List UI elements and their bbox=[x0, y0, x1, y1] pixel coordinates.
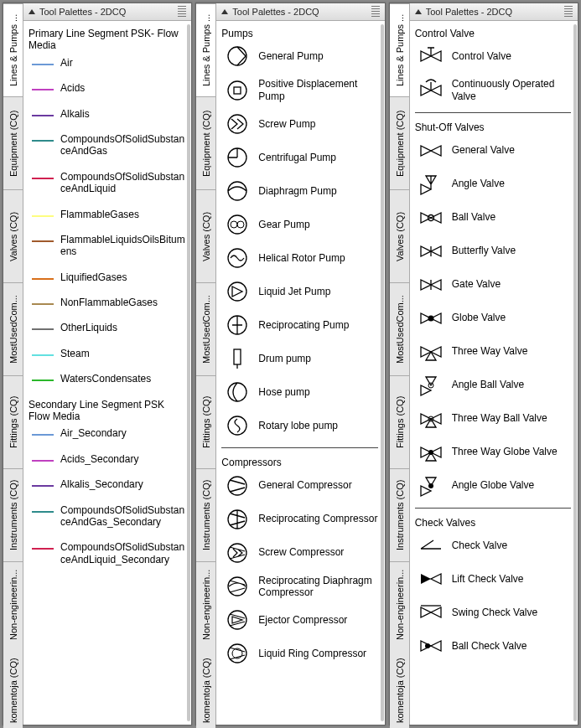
palette-tab[interactable]: Instruments (CQ) bbox=[390, 468, 409, 561]
symbol-tool-item[interactable]: Gate Valve bbox=[418, 273, 574, 297]
symbol-tool-item[interactable]: Drum pump bbox=[225, 347, 381, 370]
line-tool-item[interactable]: CompoundsOfSolidSubstanceAndGas_Secondar… bbox=[32, 504, 188, 529]
symbol-tool-item[interactable]: Liquid Ring Compressor bbox=[225, 642, 381, 665]
line-tool-item[interactable]: CompoundsOfSolidSubstanceAndGas bbox=[32, 133, 188, 157]
palette-tab[interactable]: Non-engineerin... bbox=[196, 561, 215, 648]
symbol-tool-item[interactable]: Reciprocating Compressor bbox=[225, 508, 381, 531]
symbol-tool-item[interactable]: Screw Compressor bbox=[225, 541, 381, 565]
palette-tab[interactable]: MostUsedCom... bbox=[3, 282, 23, 375]
symbol-tool-item[interactable]: Liquid Jet Pump bbox=[225, 280, 381, 303]
line-tool-item[interactable]: FlammableLiquidsOilsBitumens bbox=[32, 234, 188, 258]
palette-tab[interactable]: Valves (CQ) bbox=[390, 189, 409, 282]
palette-tab[interactable]: Lines & Pumps ... bbox=[196, 3, 215, 96]
line-label: Alkalis bbox=[60, 108, 188, 120]
palette-tab[interactable]: Valves (CQ) bbox=[3, 189, 23, 282]
grip-icon[interactable] bbox=[178, 6, 186, 18]
line-tool-item[interactable]: Steam bbox=[32, 348, 188, 359]
line-tool-item[interactable]: Alkalis bbox=[32, 108, 188, 120]
symbol-tool-item[interactable]: Positive Displacement Pump bbox=[225, 78, 381, 102]
palette-tab[interactable]: Equipment (CQ) bbox=[3, 96, 23, 189]
palette-titlebar[interactable]: Tool Palettes - 2DCQ bbox=[23, 3, 191, 21]
symbol-tool-item[interactable]: Check Valve bbox=[418, 534, 574, 557]
symbol-tool-item[interactable]: Reciprocating Diaphragm Compressor bbox=[225, 575, 381, 599]
symbol-tool-item[interactable]: Three Way Ball Valve bbox=[418, 407, 574, 431]
symbol-tool-item[interactable]: Control Valve bbox=[418, 44, 574, 68]
palette-tab[interactable]: MostUsedCom... bbox=[196, 282, 215, 375]
palette-tab[interactable]: komentoja (CQ) bbox=[3, 648, 23, 728]
line-label: CompoundsOfSolidSubstanceAndLiquid bbox=[60, 171, 188, 195]
palette-tab[interactable]: Lines & Pumps ... bbox=[3, 3, 23, 96]
palette-tab[interactable]: MostUsedCom... bbox=[390, 282, 409, 375]
palette-tab[interactable]: komentoja (CQ) bbox=[390, 648, 409, 728]
line-tool-item[interactable]: FlammableGases bbox=[32, 209, 188, 220]
line-label: LiquifiedGases bbox=[60, 271, 188, 283]
grip-icon[interactable] bbox=[564, 6, 573, 18]
line-tool-item[interactable]: CompoundsOfSolidSubstanceAndLiquid bbox=[32, 171, 188, 195]
valve-ball-icon bbox=[418, 206, 444, 230]
symbol-tool-item[interactable]: Gear Pump bbox=[225, 213, 381, 236]
valve-3way-icon bbox=[418, 340, 444, 364]
symbol-tool-item[interactable]: Rotary lobe pump bbox=[225, 414, 381, 437]
line-tool-item[interactable]: CompoundsOfSolidSubstanceAndLiquid_Secon… bbox=[32, 541, 188, 565]
palette-tab[interactable]: Fittings (CQ) bbox=[3, 375, 23, 468]
symbol-tool-item[interactable]: General Compressor bbox=[225, 474, 381, 498]
line-tool-item[interactable]: Air_Secondary bbox=[32, 427, 188, 439]
palette-titlebar[interactable]: Tool Palettes - 2DCQ bbox=[216, 3, 384, 21]
palette-tab[interactable]: Fittings (CQ) bbox=[390, 375, 409, 468]
symbol-tool-item[interactable]: Angle Globe Valve bbox=[418, 474, 574, 498]
symbol-tool-item[interactable]: General Valve bbox=[418, 139, 574, 163]
pump-hose-icon bbox=[225, 380, 250, 404]
line-tool-item[interactable]: Acids bbox=[32, 82, 188, 94]
valve-butterfly-icon bbox=[418, 240, 444, 263]
symbol-tool-item[interactable]: Ball Valve bbox=[418, 206, 574, 230]
symbol-label: Lift Check Valve bbox=[452, 573, 574, 585]
line-tool-item[interactable]: WatersCondensates bbox=[32, 373, 188, 385]
palette-titlebar[interactable]: Tool Palettes - 2DCQ bbox=[410, 3, 578, 21]
palette-tab[interactable]: Fittings (CQ) bbox=[196, 375, 215, 468]
line-tool-item[interactable]: LiquifiedGases bbox=[32, 271, 188, 283]
line-label: WatersCondensates bbox=[60, 373, 188, 385]
palette-tab[interactable]: Instruments (CQ) bbox=[3, 468, 23, 561]
symbol-tool-item[interactable]: Lift Check Valve bbox=[418, 567, 574, 591]
line-tool-item[interactable]: Acids_Secondary bbox=[32, 453, 188, 465]
symbol-tool-item[interactable]: Centrifugal Pump bbox=[225, 146, 381, 169]
symbol-tool-item[interactable]: Ball Check Valve bbox=[418, 634, 574, 658]
symbol-tool-item[interactable]: Globe Valve bbox=[418, 307, 574, 330]
symbol-tool-item[interactable]: General Pump bbox=[225, 44, 381, 68]
symbol-tool-item[interactable]: Reciprocating Pump bbox=[225, 313, 381, 337]
palette-tab[interactable]: Lines & Pumps ... bbox=[390, 3, 409, 96]
line-tool-item[interactable]: Air bbox=[32, 57, 188, 69]
comp-ejector-icon bbox=[225, 608, 250, 632]
palette-tab[interactable]: Non-engineerin... bbox=[3, 561, 23, 648]
symbol-label: Three Way Globe Valve bbox=[452, 446, 574, 457]
symbol-tool-item[interactable]: Diaphragm Pump bbox=[225, 179, 381, 203]
symbol-label: Swing Check Valve bbox=[452, 607, 574, 618]
line-tool-item[interactable]: OtherLiquids bbox=[32, 322, 188, 333]
grip-icon[interactable] bbox=[371, 6, 380, 18]
symbol-tool-item[interactable]: Ejector Compressor bbox=[225, 608, 381, 632]
valve-swingcheck-icon bbox=[418, 601, 444, 624]
symbol-tool-item[interactable]: Helical Rotor Pump bbox=[225, 246, 381, 270]
symbol-tool-item[interactable]: Continuously Operated Valve bbox=[418, 78, 574, 102]
symbol-tool-item[interactable]: Angle Valve bbox=[418, 173, 574, 196]
symbol-tool-item[interactable]: Butterfly Valve bbox=[418, 240, 574, 263]
symbol-tool-item[interactable]: Three Way Globe Valve bbox=[418, 441, 574, 464]
section-title: Pumps bbox=[221, 28, 381, 39]
palette-tab[interactable]: Instruments (CQ) bbox=[196, 468, 215, 561]
symbol-tool-item[interactable]: Three Way Valve bbox=[418, 340, 574, 364]
symbol-tool-item[interactable]: Angle Ball Valve bbox=[418, 374, 574, 397]
line-label: FlammableLiquidsOilsBitumens bbox=[60, 234, 188, 258]
palette-tab[interactable]: Non-engineerin... bbox=[390, 561, 409, 648]
palette-tab[interactable]: Equipment (CQ) bbox=[390, 96, 409, 189]
palette-body: Tool Palettes - 2DCQPumpsGeneral PumpPos… bbox=[216, 3, 384, 725]
line-tool-item[interactable]: NonFlammableGases bbox=[32, 297, 188, 308]
valve-ballcheck-icon bbox=[418, 634, 444, 658]
symbol-tool-item[interactable]: Hose pump bbox=[225, 380, 381, 404]
palette-tab[interactable]: komentoja (CQ) bbox=[196, 648, 215, 728]
symbol-tool-item[interactable]: Swing Check Valve bbox=[418, 601, 574, 624]
line-tool-item[interactable]: Alkalis_Secondary bbox=[32, 478, 188, 490]
palette-tab[interactable]: Valves (CQ) bbox=[196, 189, 215, 282]
symbol-tool-item[interactable]: Screw Pump bbox=[225, 112, 381, 136]
pump-helical-icon bbox=[225, 246, 250, 270]
palette-tab[interactable]: Equipment (CQ) bbox=[196, 96, 215, 189]
